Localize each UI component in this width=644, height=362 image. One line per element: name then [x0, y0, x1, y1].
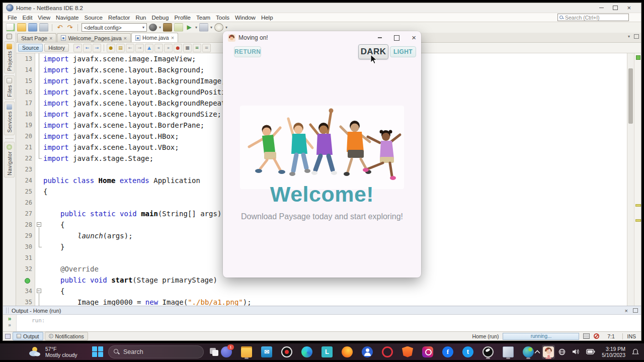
battery-icon[interactable]: [586, 349, 595, 354]
notification-bell-icon[interactable]: [632, 348, 639, 355]
run-icon[interactable]: ▶: [185, 24, 193, 31]
dropdown-caret-icon[interactable]: ▾: [159, 25, 161, 30]
output-float-icon[interactable]: [633, 308, 638, 313]
output-close-icon[interactable]: ×: [625, 308, 628, 313]
menu-view[interactable]: View: [35, 14, 53, 21]
menu-run[interactable]: Run: [133, 14, 148, 21]
pin-icon[interactable]: [7, 34, 12, 39]
fold-collapse-icon[interactable]: −: [37, 289, 41, 293]
user-taskbar-icon[interactable]: [361, 345, 374, 359]
menu-team[interactable]: Team: [194, 14, 213, 21]
obs-taskbar-icon[interactable]: [481, 345, 495, 359]
tab-welcome_pages-java[interactable]: Welcome_Pages.java×: [57, 33, 131, 42]
task-view-button[interactable]: [209, 347, 219, 356]
warning-mark[interactable]: [635, 204, 641, 207]
output-panel-header[interactable]: Output - Home (run) ×: [3, 306, 641, 315]
lightshot-taskbar-icon[interactable]: L: [320, 345, 334, 359]
ide-maximize-button[interactable]: [613, 6, 618, 10]
network-globe-icon[interactable]: [558, 348, 566, 355]
clean-build-icon[interactable]: [163, 23, 172, 32]
rerun-with-args-icon[interactable]: »: [8, 323, 11, 328]
side-tab-projects[interactable]: Projects: [4, 41, 15, 73]
editor-scrollbar[interactable]: [627, 53, 634, 306]
menu-debug[interactable]: Debug: [149, 14, 171, 21]
dialog-titlebar[interactable]: Moving on! ×: [223, 31, 421, 44]
shield-taskbar-icon[interactable]: [401, 345, 414, 359]
menu-tools[interactable]: Tools: [213, 14, 232, 21]
run-file-icon[interactable]: [174, 23, 183, 32]
forward-icon[interactable]: →: [93, 44, 101, 52]
menu-edit[interactable]: Edit: [20, 14, 35, 21]
fold-collapse-icon[interactable]: −: [37, 222, 41, 227]
find-selection-icon[interactable]: ●: [107, 44, 115, 52]
fold-minus[interactable]: −: [35, 286, 43, 297]
panel-tab-notifications[interactable]: iNotifications: [45, 332, 88, 340]
dialog-minimize-button[interactable]: [378, 37, 382, 38]
menu-profile[interactable]: Profile: [172, 14, 193, 21]
dropdown-caret-icon[interactable]: ▾: [225, 25, 227, 30]
tab-home-java[interactable]: Home.java×: [131, 33, 178, 42]
ide-close-button[interactable]: ×: [627, 6, 631, 11]
process-console-icon[interactable]: [583, 333, 590, 339]
config-select[interactable]: <default config>▾: [82, 23, 147, 32]
source-view-button[interactable]: Source: [18, 44, 43, 52]
mail-taskbar-icon[interactable]: ✉: [260, 345, 273, 359]
panel-tab-output[interactable]: Output: [13, 332, 43, 340]
dropdown-caret-icon[interactable]: ▾: [195, 25, 197, 30]
tab-close-icon[interactable]: ×: [171, 35, 174, 40]
chat-taskbar-icon[interactable]: 1: [220, 345, 233, 359]
rerun-icon[interactable]: »: [8, 316, 12, 322]
menu-help[interactable]: Help: [259, 14, 276, 21]
light-theme-button[interactable]: LIGHT: [390, 46, 416, 57]
return-button[interactable]: RETURN: [234, 46, 261, 57]
explorer-taskbar-icon[interactable]: [240, 345, 253, 359]
back-icon[interactable]: ←: [83, 44, 92, 52]
previous-bookmark-icon[interactable]: ←: [126, 44, 134, 52]
open-project-icon[interactable]: [17, 23, 26, 32]
comment-icon[interactable]: ≡: [193, 44, 201, 52]
dialog-close-button[interactable]: ×: [412, 35, 416, 40]
menu-source[interactable]: Source: [82, 14, 105, 21]
menu-refactor[interactable]: Refactor: [106, 14, 132, 21]
speaker-icon[interactable]: [572, 348, 580, 355]
facebook-taskbar-icon[interactable]: f: [441, 345, 454, 359]
ide-minimize-button[interactable]: [599, 8, 604, 9]
tab-close-icon[interactable]: ×: [49, 36, 52, 41]
dock-window-icon[interactable]: [5, 334, 11, 339]
globe-taskbar-icon[interactable]: [522, 345, 535, 359]
ide-search-box[interactable]: Search (Ctrl+I): [557, 14, 629, 21]
cube-taskbar-icon[interactable]: [502, 345, 515, 359]
instagram-taskbar-icon[interactable]: [421, 345, 434, 359]
copy-icon[interactable]: [39, 23, 48, 32]
uncomment-icon[interactable]: ≡: [202, 44, 211, 52]
next-bookmark-icon[interactable]: →: [135, 44, 144, 52]
start-button[interactable]: [92, 346, 103, 357]
tab-list-chevron-icon[interactable]: ▾: [628, 34, 630, 39]
twitter-taskbar-icon[interactable]: t: [461, 345, 474, 359]
save-all-icon[interactable]: [28, 23, 37, 32]
taskbar-clock[interactable]: 3:19 PM 5/10/2023: [602, 346, 625, 358]
shift-left-icon[interactable]: «: [154, 44, 163, 52]
side-tab-navigator[interactable]: Navigator: [4, 142, 15, 178]
side-tab-files[interactable]: Files: [4, 75, 15, 100]
weather-widget[interactable]: 57°F Mostly cloudy: [28, 346, 77, 358]
menu-file[interactable]: File: [5, 14, 20, 21]
redo-icon[interactable]: ↷: [66, 24, 74, 31]
dialog-maximize-button[interactable]: [394, 35, 399, 41]
firefox-taskbar-icon[interactable]: [341, 345, 354, 359]
maximize-editor-icon[interactable]: [634, 34, 639, 39]
tab-start-page[interactable]: Start Page×: [17, 33, 56, 42]
stop-process-button[interactable]: [594, 333, 599, 339]
highlight-occurrences-icon[interactable]: ▤: [116, 44, 125, 52]
tray-chevron-up-icon[interactable]: [534, 350, 540, 354]
menu-navigate[interactable]: Navigate: [53, 14, 81, 21]
last-edit-icon[interactable]: ↶: [73, 44, 82, 52]
menu-window[interactable]: Window: [232, 14, 258, 21]
new-file-icon[interactable]: [6, 23, 15, 32]
taskbar-search[interactable]: Search: [108, 345, 204, 358]
toggle-bookmark-icon[interactable]: ▲: [145, 44, 153, 52]
dropdown-caret-icon[interactable]: ▾: [210, 25, 212, 30]
start-macro-icon[interactable]: ●: [174, 44, 182, 52]
warning-mark[interactable]: [635, 219, 641, 222]
profile-icon[interactable]: [214, 23, 223, 32]
